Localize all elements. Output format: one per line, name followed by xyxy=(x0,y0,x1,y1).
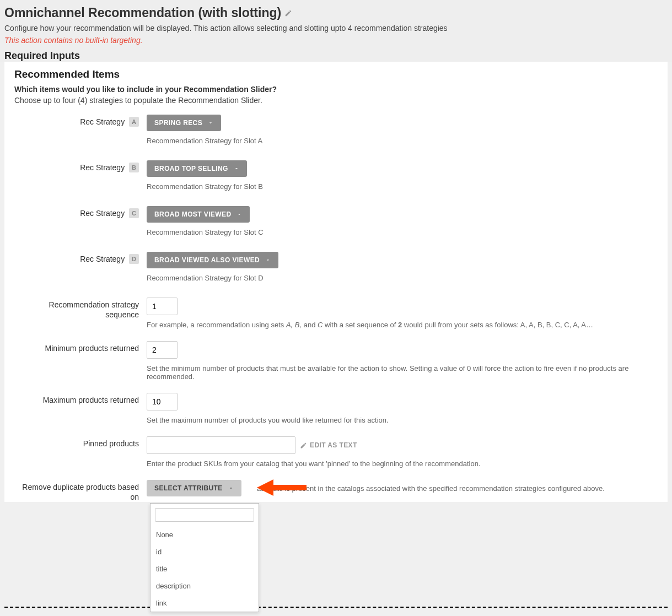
dedupe-help: attribute is present in the catalogs ass… xyxy=(257,484,658,493)
select-value: SELECT ATTRIBUTE xyxy=(154,484,223,492)
sequence-label: Recommendation strategy sequence xyxy=(14,298,147,329)
panel-subheading-hint: Choose up to four (4) strategies to popu… xyxy=(14,96,658,105)
max-products-label: Maximum products returned xyxy=(14,393,147,424)
targeting-warning: This action contains no built-in targeti… xyxy=(4,36,668,45)
page-description: Configure how your recommendation will b… xyxy=(4,24,668,33)
callout-arrow-icon xyxy=(257,477,307,499)
rec-strategy-select-c[interactable]: BROAD MOST VIEWED xyxy=(147,206,250,223)
pinned-products-row: Pinned products EDIT AS TEXT Enter the p… xyxy=(14,436,658,468)
sequence-row: Recommendation strategy sequence For exa… xyxy=(14,298,658,329)
select-value: BROAD VIEWED ALSO VIEWED xyxy=(154,256,260,264)
dedupe-select-button[interactable]: SELECT ATTRIBUTE xyxy=(147,480,241,496)
rec-strategy-row-c: Rec Strategy C BROAD MOST VIEWED Recomme… xyxy=(14,206,658,236)
edit-title-icon[interactable] xyxy=(284,9,292,17)
max-products-input[interactable] xyxy=(147,393,178,410)
panel-subheading-question: Which items would you like to include in… xyxy=(14,85,658,94)
rec-strategy-label-b: Rec Strategy B xyxy=(14,160,147,191)
edit-as-text-label: EDIT AS TEXT xyxy=(310,441,357,449)
rec-strategy-help-b: Recommendation Strategy for Slot B xyxy=(147,182,658,191)
recommended-items-panel: Recommended Items Which items would you … xyxy=(4,62,668,502)
header-block: Omnichannel Recommendation (with slottin… xyxy=(0,0,672,62)
label-text: Rec Strategy xyxy=(80,209,125,218)
pinned-products-help: Enter the product SKUs from your catalog… xyxy=(147,460,658,468)
label-text: Rec Strategy xyxy=(80,117,125,126)
edit-as-text-button[interactable]: EDIT AS TEXT xyxy=(300,441,357,449)
dropdown-item-link[interactable]: link xyxy=(150,595,259,612)
form-area: Rec Strategy A SPRING RECS Recommendatio… xyxy=(14,115,658,502)
dropdown-item-id[interactable]: id xyxy=(150,543,259,560)
chevron-down-icon xyxy=(228,485,234,491)
min-products-label: Minimum products returned xyxy=(14,341,147,381)
max-products-help: Set the maximum number of products you w… xyxy=(147,416,658,424)
rec-strategy-row-a: Rec Strategy A SPRING RECS Recommendatio… xyxy=(14,115,658,145)
dedupe-dropdown: None id title description link xyxy=(150,503,259,612)
slot-badge-c: C xyxy=(129,208,139,218)
chevron-down-icon xyxy=(265,257,271,263)
page-title: Omnichannel Recommendation (with slottin… xyxy=(4,6,281,20)
dropdown-search-input[interactable] xyxy=(159,511,251,519)
rec-strategy-label-a: Rec Strategy A xyxy=(14,115,147,145)
slot-badge-b: B xyxy=(129,163,139,172)
rec-strategy-help-a: Recommendation Strategy for Slot A xyxy=(147,137,658,145)
rec-strategy-row-d: Rec Strategy D BROAD VIEWED ALSO VIEWED … xyxy=(14,252,658,282)
select-value: SPRING RECS xyxy=(154,119,202,127)
chevron-down-icon xyxy=(236,212,242,217)
min-products-help: Set the minimum number of products that … xyxy=(147,364,658,381)
sequence-help: For example, a recommendation using sets… xyxy=(147,321,658,329)
dropdown-item-description[interactable]: description xyxy=(150,577,259,595)
fallback-behavior-title: Fallback Behavior xyxy=(0,608,672,616)
sequence-input[interactable] xyxy=(147,298,178,315)
label-text: Rec Strategy xyxy=(80,255,125,263)
rec-strategy-select-b[interactable]: BROAD TOP SELLING xyxy=(147,160,247,177)
required-inputs-title: Required Inputs xyxy=(4,50,668,62)
pencil-icon xyxy=(300,442,307,449)
chevron-down-icon xyxy=(208,120,213,126)
rec-strategy-row-b: Rec Strategy B BROAD TOP SELLING Recomme… xyxy=(14,160,658,191)
svg-marker-1 xyxy=(257,479,273,496)
chevron-down-icon xyxy=(234,166,239,171)
max-products-row: Maximum products returned Set the maximu… xyxy=(14,393,658,424)
select-value: BROAD MOST VIEWED xyxy=(154,210,231,218)
min-products-input[interactable] xyxy=(147,341,178,359)
dropdown-item-none[interactable]: None xyxy=(150,526,259,543)
dropdown-item-title[interactable]: title xyxy=(150,560,259,577)
slot-badge-d: D xyxy=(129,254,139,264)
panel-heading: Recommended Items xyxy=(14,68,658,80)
rec-strategy-label-d: Rec Strategy D xyxy=(14,252,147,282)
select-value: BROAD TOP SELLING xyxy=(154,165,228,172)
min-products-row: Minimum products returned Set the minimu… xyxy=(14,341,658,381)
rec-strategy-select-d[interactable]: BROAD VIEWED ALSO VIEWED xyxy=(147,252,278,268)
dedupe-row: Remove duplicate products based on SELEC… xyxy=(14,480,658,502)
rec-strategy-help-c: Recommendation Strategy for Slot C xyxy=(147,228,658,236)
pinned-products-label: Pinned products xyxy=(14,436,147,468)
page-title-row: Omnichannel Recommendation (with slottin… xyxy=(4,6,668,20)
pinned-products-input[interactable] xyxy=(147,436,295,454)
dropdown-search-wrap xyxy=(150,504,259,526)
rec-strategy-select-a[interactable]: SPRING RECS xyxy=(147,115,221,131)
dedupe-label: Remove duplicate products based on xyxy=(14,480,147,502)
dropdown-list[interactable]: None id title description link xyxy=(150,526,259,612)
rec-strategy-help-d: Recommendation Strategy for Slot D xyxy=(147,274,658,282)
label-text: Rec Strategy xyxy=(80,163,125,172)
rec-strategy-label-c: Rec Strategy C xyxy=(14,206,147,236)
slot-badge-a: A xyxy=(129,117,139,127)
